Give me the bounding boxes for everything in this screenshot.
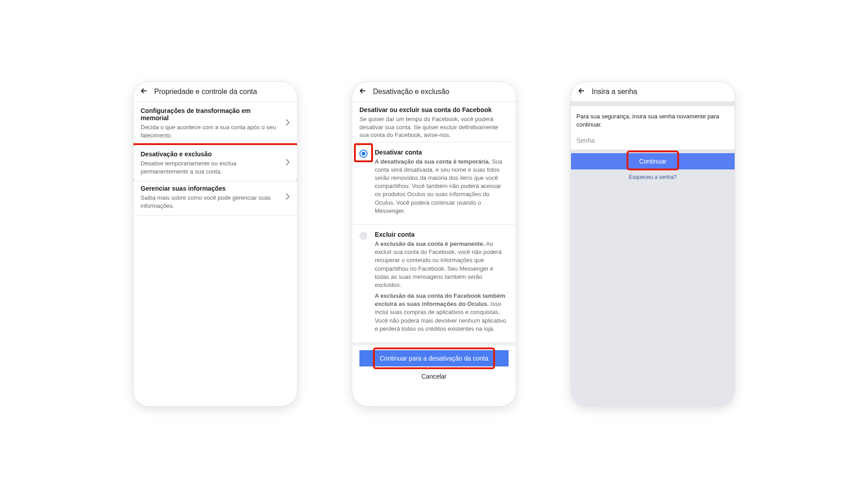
settings-list: Configurações de transformação em memori… <box>133 102 297 406</box>
intro-title: Desativar ou excluir sua conta do Facebo… <box>359 106 509 113</box>
option-title: Desativar conta <box>375 149 509 156</box>
list-item-deactivation-deletion[interactable]: Desativação e exclusão Desative temporar… <box>133 143 297 181</box>
intro-block: Desativar ou excluir sua conta do Facebo… <box>352 102 516 142</box>
continue-deactivation-button[interactable]: Continuar para a desativação da conta <box>359 350 509 366</box>
back-arrow-icon[interactable] <box>140 87 148 97</box>
password-card: Para sua segurança, insira sua senha nov… <box>571 106 735 150</box>
top-bar: Insira a senha <box>571 82 735 102</box>
option-bold-text: A exclusão da sua conta é permanente. <box>375 240 485 247</box>
page-title: Desativação e exclusão <box>373 88 449 96</box>
phone-deactivation-deletion: Desativação e exclusão Desativar ou excl… <box>352 81 516 407</box>
option-title: Excluir conta <box>375 231 509 238</box>
option-description: A desativação da sua conta é temporária.… <box>375 158 509 215</box>
option-delete[interactable]: Excluir conta A exclusão da sua conta é … <box>352 224 516 342</box>
list-item-subtitle: Desative temporariamente ou exclua perma… <box>141 160 280 175</box>
phone-ownership-control: Propriedade e controle da conta Configur… <box>133 81 297 407</box>
chevron-right-icon <box>286 193 290 201</box>
option-description-1: A exclusão da sua conta é permanente. Ao… <box>375 240 509 289</box>
phone-enter-password: Insira a senha Para sua segurança, insir… <box>571 81 735 407</box>
option-deactivate[interactable]: Desativar conta A desativação da sua con… <box>352 142 516 224</box>
list-item-subtitle: Decida o que acontece com a sua conta ap… <box>141 123 280 139</box>
option-bold-text: A exclusão da sua conta do Facebook tamb… <box>375 292 505 307</box>
chevron-right-icon <box>286 119 290 127</box>
spacer <box>571 102 735 106</box>
back-arrow-icon[interactable] <box>359 87 367 97</box>
intro-subtitle: Se quiser dar um tempo do Facebook, você… <box>359 115 509 139</box>
list-item-title: Gerenciar suas informações <box>141 185 280 192</box>
list-item-manage-info[interactable]: Gerenciar suas informações Saiba mais so… <box>133 179 297 216</box>
page-title: Insira a senha <box>592 88 637 96</box>
list-item-subtitle: Saiba mais sobre como você pode gerencia… <box>141 194 280 210</box>
chevron-right-icon <box>286 159 290 167</box>
page-title: Propriedade e controle da conta <box>154 88 257 96</box>
option-description-2: A exclusão da sua conta do Facebook tamb… <box>375 292 509 333</box>
password-field[interactable]: Senha <box>576 136 729 145</box>
option-body-text: Ao excluir sua conta do Facebook, você n… <box>375 240 501 288</box>
top-bar: Propriedade e controle da conta <box>133 82 297 102</box>
bottom-action-bar: Continuar para a desativação da conta Ca… <box>352 342 516 384</box>
back-arrow-icon[interactable] <box>577 87 585 97</box>
forgot-password-link[interactable]: Esqueceu a senha? <box>571 169 735 180</box>
deactivation-panel: Desativar ou excluir sua conta do Facebo… <box>352 102 516 406</box>
continue-row: Continuar <box>571 150 735 169</box>
password-panel: Para sua segurança, insira sua senha nov… <box>571 102 735 406</box>
cancel-button[interactable]: Cancelar <box>359 370 509 381</box>
continue-button[interactable]: Continuar <box>571 153 735 169</box>
list-item-title: Desativação e exclusão <box>141 150 280 158</box>
radio-delete[interactable] <box>359 232 368 240</box>
option-bold-text: A desativação da sua conta é temporária. <box>375 158 490 165</box>
password-prompt: Para sua segurança, insira sua senha nov… <box>576 113 729 129</box>
list-item-title: Configurações de transformação em memori… <box>141 107 280 122</box>
option-body-text: Sua conta será desativada, e seu nome e … <box>375 158 502 214</box>
top-bar: Desativação e exclusão <box>352 82 516 102</box>
highlight-box <box>354 143 373 162</box>
list-item-memorial[interactable]: Configurações de transformação em memori… <box>133 102 297 145</box>
